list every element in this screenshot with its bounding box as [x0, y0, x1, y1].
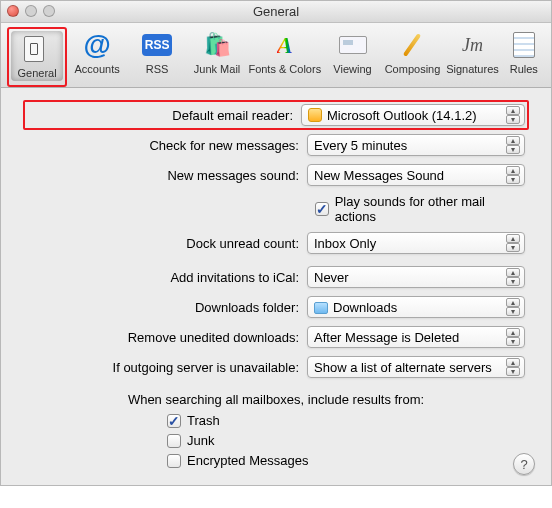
search-trash-checkbox[interactable]	[167, 414, 181, 428]
viewing-icon	[336, 29, 370, 61]
check-messages-label: Check for new messages:	[27, 138, 307, 153]
window-title: General	[253, 4, 299, 19]
select-stepper-icon: ▴▾	[506, 234, 520, 252]
default-reader-select[interactable]: Microsoft Outlook (14.1.2) ▴▾	[301, 104, 525, 126]
tab-label: Rules	[510, 63, 538, 75]
outgoing-unavail-label: If outgoing server is unavailable:	[27, 360, 307, 375]
tab-signatures[interactable]: Jm Signatures	[442, 27, 502, 79]
tab-label: Junk Mail	[194, 63, 240, 75]
remove-unedited-label: Remove unedited downloads:	[27, 330, 307, 345]
tab-label: RSS	[146, 63, 169, 75]
fonts-colors-icon: A	[268, 29, 302, 61]
tab-junk-mail[interactable]: 🛍️ Junk Mail	[187, 27, 247, 79]
tab-label: Accounts	[74, 63, 119, 75]
play-sounds-checkbox[interactable]	[315, 202, 329, 216]
check-messages-select[interactable]: Every 5 minutes ▴▾	[307, 134, 525, 156]
outgoing-unavail-select[interactable]: Show a list of alternate servers ▴▾	[307, 356, 525, 378]
search-encrypted-checkbox[interactable]	[167, 454, 181, 468]
select-stepper-icon: ▴▾	[506, 166, 520, 184]
signatures-icon: Jm	[455, 29, 489, 61]
tab-viewing[interactable]: Viewing	[323, 27, 383, 79]
general-pane: Default email reader: Microsoft Outlook …	[1, 88, 551, 485]
tab-composing[interactable]: Composing	[383, 27, 443, 79]
preferences-window: General General @ Accounts RSS RSS 🛍️ Ju…	[0, 0, 552, 486]
outlook-icon	[308, 108, 322, 122]
tab-label: Fonts & Colors	[248, 63, 321, 75]
tab-rules[interactable]: Rules	[502, 27, 545, 79]
composing-icon	[395, 29, 429, 61]
rss-icon: RSS	[140, 29, 174, 61]
tab-label: Composing	[385, 63, 441, 75]
tab-fonts-colors[interactable]: A Fonts & Colors	[247, 27, 322, 79]
search-trash-label: Trash	[187, 413, 220, 428]
search-heading: When searching all mailboxes, include re…	[27, 392, 525, 407]
select-stepper-icon: ▴▾	[506, 328, 520, 346]
tab-label: Signatures	[446, 63, 499, 75]
tab-accounts[interactable]: @ Accounts	[67, 27, 127, 79]
select-stepper-icon: ▴▾	[506, 268, 520, 286]
remove-unedited-select[interactable]: After Message is Deleted ▴▾	[307, 326, 525, 348]
search-junk-checkbox[interactable]	[167, 434, 181, 448]
close-window-button[interactable]	[7, 5, 19, 17]
junk-mail-icon: 🛍️	[200, 29, 234, 61]
new-sound-select[interactable]: New Messages Sound ▴▾	[307, 164, 525, 186]
help-button[interactable]: ?	[513, 453, 535, 475]
play-sounds-label: Play sounds for other mail actions	[335, 194, 525, 224]
search-options: Trash Junk Encrypted Messages	[27, 413, 525, 468]
minimize-window-button[interactable]	[25, 5, 37, 17]
invitations-label: Add invitations to iCal:	[27, 270, 307, 285]
general-icon	[17, 33, 51, 65]
window-controls	[7, 5, 55, 17]
invitations-select[interactable]: Never ▴▾	[307, 266, 525, 288]
tab-general[interactable]: General	[7, 27, 67, 87]
default-reader-highlight: Default email reader: Microsoft Outlook …	[23, 100, 529, 130]
downloads-select[interactable]: Downloads ▴▾	[307, 296, 525, 318]
zoom-window-button[interactable]	[43, 5, 55, 17]
search-encrypted-label: Encrypted Messages	[187, 453, 308, 468]
tab-label: Viewing	[333, 63, 371, 75]
select-stepper-icon: ▴▾	[506, 298, 520, 316]
select-stepper-icon: ▴▾	[506, 136, 520, 154]
dock-unread-select[interactable]: Inbox Only ▴▾	[307, 232, 525, 254]
select-stepper-icon: ▴▾	[506, 358, 520, 376]
titlebar: General	[1, 1, 551, 23]
search-junk-label: Junk	[187, 433, 214, 448]
folder-icon	[314, 302, 328, 314]
rules-icon	[507, 29, 541, 61]
preferences-toolbar: General @ Accounts RSS RSS 🛍️ Junk Mail …	[1, 23, 551, 88]
tab-label: General	[17, 67, 56, 79]
tab-rss[interactable]: RSS RSS	[127, 27, 187, 79]
default-reader-label: Default email reader:	[27, 108, 301, 123]
new-sound-label: New messages sound:	[27, 168, 307, 183]
accounts-icon: @	[80, 29, 114, 61]
select-stepper-icon: ▴▾	[506, 106, 520, 124]
downloads-label: Downloads folder:	[27, 300, 307, 315]
dock-unread-label: Dock unread count:	[27, 236, 307, 251]
